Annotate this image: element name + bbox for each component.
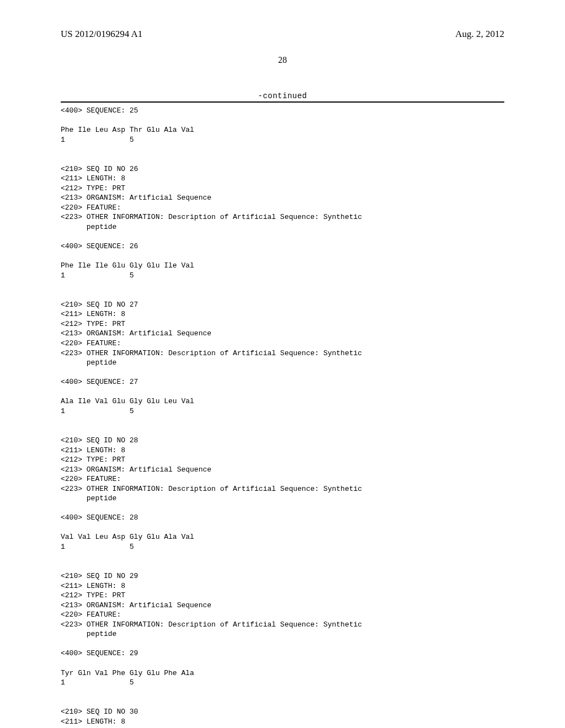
sequence-line: <220> FEATURE:: [61, 203, 504, 213]
sequence-line: [61, 368, 504, 378]
sequence-line: <220> FEATURE:: [61, 610, 504, 620]
sequence-line: [61, 116, 504, 126]
sequence-block: <210> SEQ ID NO 28<211> LENGTH: 8<212> T…: [61, 436, 504, 552]
sequence-line: <220> FEATURE:: [61, 474, 504, 484]
divider-top: [61, 101, 504, 103]
sequence-line: Ala Ile Val Glu Gly Glu Leu Val: [61, 397, 504, 406]
sequence-line: <212> TYPE: PRT: [61, 184, 504, 194]
sequence-line: <400> SEQUENCE: 27: [61, 377, 504, 387]
sequence-line: <223> OTHER INFORMATION: Description of …: [61, 212, 504, 222]
sequence-line: peptide: [61, 494, 504, 504]
sequence-block: <210> SEQ ID NO 30<211> LENGTH: 8<212> T…: [61, 707, 504, 728]
sequence-line: <211> LENGTH: 8: [61, 309, 504, 319]
sequence-line: 1 5: [61, 135, 504, 145]
sequence-line: <210> SEQ ID NO 26: [61, 164, 504, 174]
sequence-line: 1 5: [61, 406, 504, 416]
sequence-line: [61, 504, 504, 513]
continued-label: -continued: [61, 92, 504, 100]
sequence-line: <213> ORGANISM: Artificial Sequence: [61, 465, 504, 475]
patent-page: US 2012/0196294 A1 Aug. 2, 2012 28 -cont…: [0, 0, 565, 728]
sequence-line: Phe Ile Leu Asp Thr Glu Ala Val: [61, 125, 504, 135]
sequence-line: <212> TYPE: PRT: [61, 455, 504, 465]
sequence-line: 1 5: [61, 678, 504, 688]
sequence-line: [61, 232, 504, 242]
sequence-line: 1 5: [61, 542, 504, 552]
page-number: 28: [61, 55, 504, 65]
sequence-line: <211> LENGTH: 8: [61, 581, 504, 591]
sequence-line: <400> SEQUENCE: 28: [61, 513, 504, 523]
sequence-line: [61, 387, 504, 397]
sequence-line: <400> SEQUENCE: 29: [61, 649, 504, 659]
sequence-line: <213> ORGANISM: Artificial Sequence: [61, 329, 504, 339]
sequence-line: <211> LENGTH: 8: [61, 174, 504, 184]
sequence-block: <210> SEQ ID NO 27<211> LENGTH: 8<212> T…: [61, 300, 504, 416]
sequence-line: <400> SEQUENCE: 26: [61, 242, 504, 251]
sequence-line: peptide: [61, 358, 504, 368]
sequence-line: <210> SEQ ID NO 30: [61, 707, 504, 717]
sequence-line: <210> SEQ ID NO 29: [61, 571, 504, 581]
publication-date: Aug. 2, 2012: [455, 29, 504, 40]
sequence-line: 1 5: [61, 271, 504, 281]
sequence-line: <211> LENGTH: 8: [61, 446, 504, 456]
sequence-line: <210> SEQ ID NO 28: [61, 436, 504, 446]
sequence-line: <400> SEQUENCE: 25: [61, 106, 504, 116]
sequence-line: [61, 523, 504, 533]
sequence-line: <223> OTHER INFORMATION: Description of …: [61, 620, 504, 630]
sequence-block: <400> SEQUENCE: 25 Phe Ile Leu Asp Thr G…: [61, 106, 504, 144]
sequence-line: <213> ORGANISM: Artificial Sequence: [61, 193, 504, 203]
sequence-listing: <400> SEQUENCE: 25 Phe Ile Leu Asp Thr G…: [61, 106, 504, 728]
page-header: US 2012/0196294 A1 Aug. 2, 2012: [61, 29, 504, 40]
sequence-line: <210> SEQ ID NO 27: [61, 300, 504, 310]
sequence-line: peptide: [61, 222, 504, 232]
sequence-line: <212> TYPE: PRT: [61, 591, 504, 601]
sequence-line: <220> FEATURE:: [61, 339, 504, 349]
sequence-line: Val Val Leu Asp Gly Glu Ala Val: [61, 532, 504, 542]
sequence-line: [61, 251, 504, 261]
sequence-line: <223> OTHER INFORMATION: Description of …: [61, 484, 504, 494]
sequence-line: <211> LENGTH: 8: [61, 717, 504, 727]
sequence-line: Phe Ile Ile Glu Gly Glu Ile Val: [61, 261, 504, 271]
sequence-block: <210> SEQ ID NO 26<211> LENGTH: 8<212> T…: [61, 164, 504, 281]
sequence-line: <223> OTHER INFORMATION: Description of …: [61, 349, 504, 358]
sequence-line: <212> TYPE: PRT: [61, 319, 504, 329]
sequence-line: <213> ORGANISM: Artificial Sequence: [61, 601, 504, 611]
sequence-line: peptide: [61, 629, 504, 639]
sequence-line: [61, 639, 504, 649]
sequence-block: <210> SEQ ID NO 29<211> LENGTH: 8<212> T…: [61, 571, 504, 688]
sequence-line: Tyr Gln Val Phe Gly Glu Phe Ala: [61, 668, 504, 678]
publication-number: US 2012/0196294 A1: [61, 29, 142, 40]
sequence-line: [61, 659, 504, 668]
